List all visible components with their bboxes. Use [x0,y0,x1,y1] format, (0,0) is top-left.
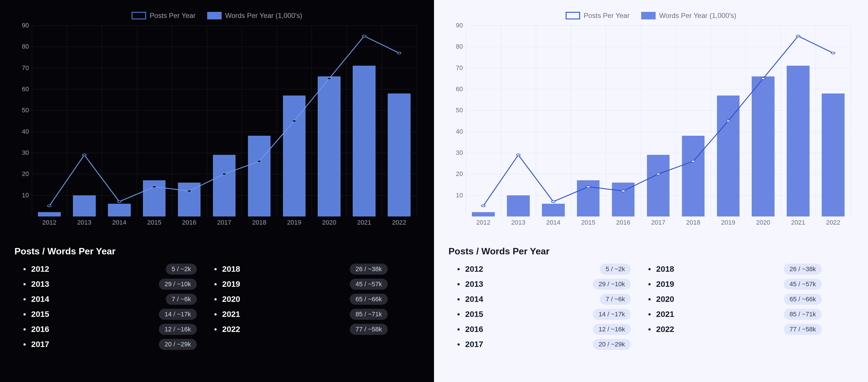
legend: Posts Per Year Words Per Year (1,000's) [11,11,423,20]
y-tick: 10 [456,192,463,199]
data-year: 2017 [465,340,500,349]
legend-swatch-bar [641,12,656,20]
y-tick: 70 [22,64,29,72]
data-year: 2021 [222,310,257,319]
legend-label-bar: Words Per Year (1,000's) [659,11,736,20]
legend-label-line: Posts Per Year [150,11,195,20]
data-year: 2016 [31,325,66,334]
data-badge: 65 / ~66k [784,294,822,305]
line-point [397,52,401,54]
y-tick: 30 [22,149,29,156]
y-tick: 90 [22,22,29,29]
data-year: 2014 [31,295,66,304]
data-badge: 77 / ~58k [784,324,822,335]
line-point [552,201,555,203]
chart-dark: Posts Per Year Words Per Year (1,000's) … [11,11,423,237]
gridline-v [416,26,417,216]
data-badge: 20 / ~29k [593,339,631,350]
data-year: 2015 [465,310,500,319]
x-tick: 2013 [511,219,525,226]
line-point [257,160,261,163]
data-row: 201720 / ~29k [457,339,631,350]
data-row: 201514 / ~17k [457,309,631,320]
line-point [587,186,590,188]
x-tick: 2020 [322,219,336,226]
line-point [362,35,366,37]
data-badge: 26 / ~38k [350,264,388,275]
data-year: 2012 [465,265,500,274]
data-list: 20125 / ~2k201329 / ~10k20147 / ~6k20151… [457,264,857,354]
data-row: 201945 / ~57k [214,279,388,290]
line-point [83,154,86,156]
data-row: 201329 / ~10k [23,279,197,290]
data-year: 2016 [465,325,500,334]
y-tick: 80 [22,43,29,50]
line-point [691,160,695,163]
gridline-v [850,26,851,216]
data-badge: 5 / ~2k [600,264,631,275]
y-tick: 20 [456,170,463,178]
data-year: 2013 [31,280,66,289]
data-col-2: 201826 / ~38k201945 / ~57k202065 / ~66k2… [214,264,388,354]
y-tick: 50 [456,107,463,114]
data-badge: 85 / ~71k [350,309,388,320]
line-point [831,52,835,54]
data-badge: 29 / ~10k [159,279,197,290]
x-tick: 2017 [217,219,231,226]
data-row: 202277 / ~58k [648,324,822,335]
data-col-1: 20125 / ~2k201329 / ~10k20147 / ~6k20151… [457,264,631,354]
line-point [118,201,121,203]
x-tick: 2018 [686,219,700,226]
line-svg [32,26,416,216]
line-point [187,190,191,192]
line-point [153,186,156,188]
x-tick: 2021 [791,219,805,226]
x-tick: 2016 [182,219,196,226]
data-row: 201329 / ~10k [457,279,631,290]
x-tick: 2022 [826,219,840,226]
line-point [621,190,625,192]
line-point [761,78,765,80]
data-year: 2018 [656,265,691,274]
data-year: 2022 [656,325,691,334]
x-tick: 2016 [616,219,630,226]
data-year: 2020 [222,295,257,304]
data-badge: 45 / ~57k [350,279,388,290]
y-tick: 40 [22,128,29,136]
x-tick: 2014 [112,219,126,226]
legend-item-bar: Words Per Year (1,000's) [641,11,736,20]
section-title: Posts / Words Per Year [14,246,423,257]
legend-item-line: Posts Per Year [566,11,629,20]
legend: Posts Per Year Words Per Year (1,000's) [445,11,857,20]
data-row: 201826 / ~38k [648,264,822,275]
section-title: Posts / Words Per Year [448,246,857,257]
data-year: 2017 [31,340,66,349]
y-tick: 50 [22,107,29,114]
data-badge: 12 / ~16k [593,324,631,335]
x-tick: 2019 [287,219,301,226]
legend-swatch-bar [207,12,222,20]
y-axis: 102030405060708090 [11,26,32,216]
y-tick: 90 [456,22,463,29]
data-row: 201612 / ~16k [457,324,631,335]
data-year: 2015 [31,310,66,319]
y-tick: 60 [22,85,29,93]
line-point [726,120,730,122]
x-tick: 2012 [42,219,56,226]
x-tick: 2017 [651,219,665,226]
x-axis: 2012201320142015201620172018201920202021… [466,216,850,228]
data-row: 20125 / ~2k [457,264,631,275]
data-year: 2014 [465,295,500,304]
legend-swatch-line [566,12,580,20]
y-tick: 40 [456,128,463,136]
line-point [796,35,800,37]
x-tick: 2014 [546,219,560,226]
data-badge: 20 / ~29k [159,339,197,350]
plot-light: 102030405060708090 201220132014201520162… [445,26,857,228]
data-year: 2022 [222,325,257,334]
x-tick: 2015 [581,219,595,226]
line-point [292,120,296,122]
data-badge: 12 / ~16k [159,324,197,335]
data-year: 2020 [656,295,691,304]
line-path [483,36,833,206]
